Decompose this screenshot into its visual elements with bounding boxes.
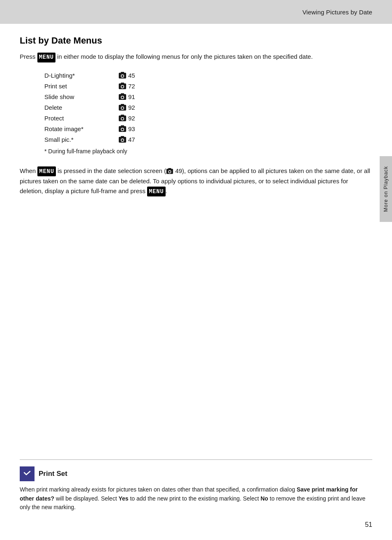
svg-point-15 bbox=[122, 107, 124, 109]
svg-point-19 bbox=[122, 118, 124, 120]
ref-icon bbox=[118, 125, 127, 133]
menu-item-page: 47 bbox=[128, 136, 135, 143]
note-bold-2: Yes bbox=[118, 495, 128, 502]
body-middle: is pressed in the date selection screen … bbox=[56, 167, 166, 174]
note-header: Print Set bbox=[20, 466, 372, 481]
menu-item-page: 92 bbox=[128, 104, 135, 111]
page-number: 51 bbox=[365, 521, 372, 528]
menu-item-label: Slide show bbox=[44, 93, 118, 100]
svg-rect-21 bbox=[121, 125, 124, 127]
menu-item-ref: 92 bbox=[118, 114, 135, 122]
note-box: Print Set When print marking already exi… bbox=[20, 459, 372, 512]
menu-item-page: 72 bbox=[128, 83, 135, 90]
menu-item-label: Small pic.* bbox=[44, 136, 118, 143]
menu-item-label: Protect bbox=[44, 115, 118, 122]
menu-item: Print set 72 bbox=[44, 82, 372, 90]
svg-rect-1 bbox=[121, 72, 124, 74]
side-tab: More on Playback bbox=[380, 156, 392, 222]
menu-item: Small pic.* 47 bbox=[44, 136, 372, 144]
svg-rect-5 bbox=[121, 83, 124, 84]
svg-rect-29 bbox=[168, 168, 171, 170]
menu-item: Protect 92 bbox=[44, 114, 372, 122]
side-tab-label: More on Playback bbox=[383, 166, 389, 212]
menu-item-page: 45 bbox=[128, 72, 135, 79]
svg-rect-9 bbox=[121, 93, 124, 95]
menu-item-label: Rotate image* bbox=[44, 125, 118, 132]
intro-after-keyword: in either mode to display the following … bbox=[55, 53, 313, 60]
svg-point-7 bbox=[122, 85, 124, 88]
svg-rect-25 bbox=[121, 136, 124, 138]
menu-item-ref: 93 bbox=[118, 125, 135, 133]
section-title: List by Date Menus bbox=[20, 35, 372, 46]
svg-point-11 bbox=[122, 96, 124, 98]
header-bar: Viewing Pictures by Date bbox=[0, 0, 392, 24]
note-text: When print marking already exists for pi… bbox=[20, 485, 372, 512]
intro-menu-keyword: MENU bbox=[37, 53, 55, 62]
ref-icon bbox=[118, 104, 127, 112]
note-bold-1: Save print marking for other dates? bbox=[20, 486, 358, 502]
footnote: * During full-frame playback only bbox=[44, 148, 372, 155]
menu-item-page: 91 bbox=[128, 93, 135, 100]
svg-point-27 bbox=[122, 139, 124, 141]
menu-item-page: 93 bbox=[128, 125, 135, 132]
divider bbox=[20, 459, 372, 460]
svg-point-23 bbox=[122, 128, 124, 130]
menu-item: Rotate image* 93 bbox=[44, 125, 372, 133]
menu-item-label: D-Lighting* bbox=[44, 72, 118, 79]
body-paragraph: When MENU is pressed in the date selecti… bbox=[20, 166, 372, 197]
menu-item-ref: 45 bbox=[118, 72, 135, 80]
menu-item: Slide show 91 bbox=[44, 93, 372, 101]
menu-list: D-Lighting* 45 Print set bbox=[44, 72, 372, 144]
menu-item: Delete 92 bbox=[44, 104, 372, 112]
menu-item-ref: 47 bbox=[118, 136, 135, 144]
body-end: . bbox=[166, 187, 167, 194]
menu-item: D-Lighting* 45 bbox=[44, 72, 372, 80]
menu-item-ref: 92 bbox=[118, 104, 135, 112]
ref-icon bbox=[118, 82, 127, 90]
menu-item-ref: 72 bbox=[118, 82, 135, 90]
note-title: Print Set bbox=[39, 470, 67, 478]
svg-rect-13 bbox=[121, 104, 124, 106]
menu-item-page: 92 bbox=[128, 115, 135, 122]
svg-point-3 bbox=[122, 75, 124, 77]
ref-icon bbox=[118, 93, 127, 101]
svg-rect-17 bbox=[121, 115, 124, 116]
body-menu-keyword-1: MENU bbox=[37, 166, 55, 176]
main-content: List by Date Menus Press MENU in either … bbox=[0, 24, 392, 228]
menu-item-label: Delete bbox=[44, 104, 118, 111]
ref-icon bbox=[118, 136, 127, 144]
body-ref-icon bbox=[166, 168, 173, 175]
note-bold-3: No bbox=[261, 495, 268, 502]
intro-paragraph: Press MENU in either mode to display the… bbox=[20, 52, 372, 62]
body-before-kw1: When bbox=[20, 167, 37, 174]
menu-item-label: Print set bbox=[44, 83, 118, 90]
svg-point-31 bbox=[169, 171, 171, 173]
header-title: Viewing Pictures by Date bbox=[302, 9, 372, 16]
intro-before-keyword: Press bbox=[20, 53, 37, 60]
menu-item-ref: 91 bbox=[118, 93, 135, 101]
body-menu-keyword-2: MENU bbox=[147, 187, 165, 196]
ref-icon bbox=[118, 114, 127, 122]
ref-icon bbox=[118, 72, 127, 80]
note-icon bbox=[20, 466, 35, 481]
